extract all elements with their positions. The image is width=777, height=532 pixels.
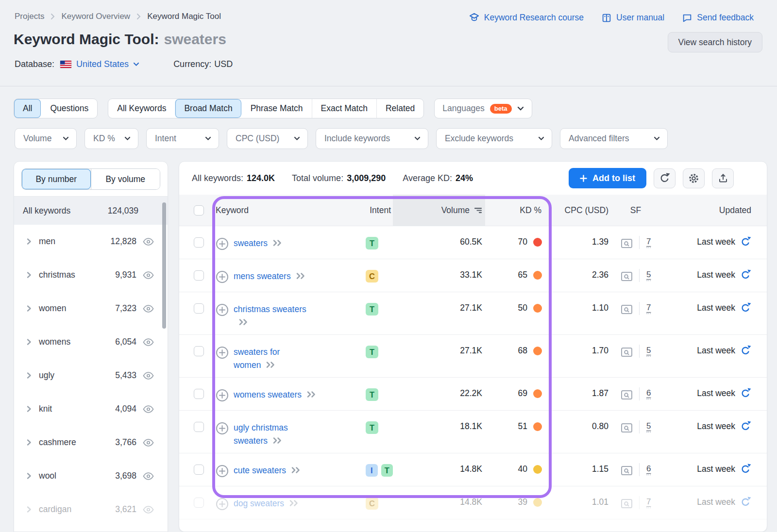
breadcrumb-projects[interactable]: Projects <box>15 12 44 21</box>
view-search-history-button[interactable]: View search history <box>668 32 762 52</box>
breadcrumb-keyword-overview[interactable]: Keyword Overview <box>61 12 130 21</box>
eye-icon[interactable] <box>143 439 154 447</box>
eye-icon[interactable] <box>143 271 154 279</box>
eye-icon[interactable] <box>143 238 154 246</box>
expand-keyword-icon[interactable] <box>291 465 301 478</box>
expand-keyword-icon[interactable] <box>272 237 283 250</box>
filter-volume[interactable]: Volume <box>15 128 77 149</box>
serp-preview-icon[interactable] <box>621 499 633 509</box>
refresh-keyword-icon[interactable] <box>741 422 751 432</box>
serp-features-count[interactable]: 5 <box>646 421 651 432</box>
sidebar-keyword-group[interactable]: cardigan 3,621 <box>14 493 168 526</box>
expand-keyword-icon[interactable] <box>272 435 283 448</box>
serp-features-count[interactable]: 6 <box>646 388 651 399</box>
eye-icon[interactable] <box>143 472 154 480</box>
refresh-keyword-icon[interactable] <box>741 237 751 247</box>
keyword-link[interactable]: dog sweaters <box>234 499 284 508</box>
expand-keyword-icon[interactable] <box>296 270 306 283</box>
filter-advanced[interactable]: Advanced filters <box>560 128 668 149</box>
sort-by-volume-button[interactable]: By volume <box>91 169 160 189</box>
filter-exclude-keywords[interactable]: Exclude keywords <box>436 128 552 149</box>
row-checkbox[interactable] <box>194 303 204 314</box>
serp-features-count[interactable]: 7 <box>646 237 651 248</box>
chevron-right-icon[interactable] <box>27 506 32 513</box>
filter-include-keywords[interactable]: Include keywords <box>316 128 428 149</box>
keyword-link[interactable]: christmas sweaters <box>234 304 306 314</box>
chevron-right-icon[interactable] <box>27 472 32 480</box>
sidebar-keyword-group[interactable]: cashmere 3,766 <box>14 426 168 459</box>
row-checkbox[interactable] <box>194 346 204 356</box>
serp-features-count[interactable]: 5 <box>646 270 651 281</box>
add-keyword-icon[interactable] <box>216 237 229 250</box>
serp-preview-icon[interactable] <box>621 423 633 433</box>
expand-keyword-icon[interactable] <box>289 498 299 511</box>
row-checkbox[interactable] <box>194 465 204 475</box>
tab-broad-match[interactable]: Broad Match <box>175 99 241 118</box>
add-keyword-icon[interactable] <box>216 346 229 359</box>
serp-preview-icon[interactable] <box>621 271 633 282</box>
row-checkbox[interactable] <box>194 422 204 432</box>
chevron-right-icon[interactable] <box>27 439 32 446</box>
sidebar-keyword-group[interactable]: ugly 5,433 <box>14 359 168 392</box>
chevron-right-icon[interactable] <box>27 372 32 379</box>
sort-by-number-button[interactable]: By number <box>22 169 91 189</box>
sidebar-keyword-group[interactable]: women 7,323 <box>14 292 168 325</box>
expand-keyword-icon[interactable] <box>266 359 276 372</box>
tab-all[interactable]: All <box>14 99 41 118</box>
add-keyword-icon[interactable] <box>216 422 229 435</box>
row-checkbox[interactable] <box>194 270 204 281</box>
eye-icon[interactable] <box>143 506 154 514</box>
sidebar-keyword-group[interactable]: womens 6,054 <box>14 325 168 359</box>
keyword-link[interactable]: mens sweaters <box>234 271 291 281</box>
keyword-link[interactable]: cute sweaters <box>234 466 286 475</box>
chevron-right-icon[interactable] <box>27 271 32 279</box>
add-keyword-icon[interactable] <box>216 303 229 316</box>
chevron-right-icon[interactable] <box>27 405 32 413</box>
add-keyword-icon[interactable] <box>216 270 229 283</box>
keyword-research-course-link[interactable]: Keyword Research course <box>469 12 584 23</box>
serp-preview-icon[interactable] <box>621 238 633 249</box>
user-manual-link[interactable]: User manual <box>601 12 664 23</box>
serp-preview-icon[interactable] <box>621 390 633 400</box>
serp-features-count[interactable]: 5 <box>646 346 651 357</box>
sidebar-keyword-group[interactable]: knit 4,094 <box>14 392 168 426</box>
tab-phrase-match[interactable]: Phrase Match <box>241 99 312 118</box>
refresh-keyword-icon[interactable] <box>741 303 751 313</box>
keyword-link[interactable]: sweaters <box>234 238 268 248</box>
column-volume-sort[interactable]: Volume <box>393 195 485 226</box>
sidebar-keyword-group[interactable]: men 12,828 <box>14 225 168 258</box>
select-all-checkbox[interactable] <box>194 205 204 216</box>
table-settings-button[interactable] <box>683 168 705 188</box>
sidebar-keyword-group[interactable]: wool 3,698 <box>14 459 168 493</box>
serp-preview-icon[interactable] <box>621 304 633 315</box>
add-keyword-icon[interactable] <box>216 465 229 478</box>
row-checkbox[interactable] <box>194 498 204 508</box>
serp-features-count[interactable]: 7 <box>646 497 651 508</box>
filter-cpc[interactable]: CPC (USD) <box>227 128 308 149</box>
refresh-keyword-icon[interactable] <box>741 465 751 474</box>
serp-features-count[interactable]: 7 <box>646 303 651 314</box>
filter-intent[interactable]: Intent <box>146 128 219 149</box>
sidebar-scrollbar[interactable] <box>162 202 166 329</box>
serp-features-count[interactable]: 6 <box>646 464 651 475</box>
add-keyword-icon[interactable] <box>216 389 229 402</box>
sidebar-keyword-group[interactable]: christmas 9,931 <box>14 258 168 292</box>
send-feedback-link[interactable]: Send feedback <box>682 12 754 23</box>
serp-preview-icon[interactable] <box>621 347 633 357</box>
add-to-list-button[interactable]: Add to list <box>569 168 646 188</box>
tab-all-keywords[interactable]: All Keywords <box>108 99 175 118</box>
eye-icon[interactable] <box>143 372 154 380</box>
eye-icon[interactable] <box>143 305 154 313</box>
refresh-keyword-icon[interactable] <box>741 498 751 507</box>
tab-related[interactable]: Related <box>376 99 423 118</box>
refresh-keyword-icon[interactable] <box>741 346 751 356</box>
expand-keyword-icon[interactable] <box>238 316 249 330</box>
add-keyword-icon[interactable] <box>216 498 229 511</box>
serp-preview-icon[interactable] <box>621 466 633 476</box>
all-keywords-group[interactable]: All keywords 124,039 <box>14 197 168 225</box>
export-button[interactable] <box>712 168 734 188</box>
tab-exact-match[interactable]: Exact Match <box>312 99 376 118</box>
row-checkbox[interactable] <box>194 389 204 399</box>
refresh-table-button[interactable] <box>654 168 676 188</box>
expand-keyword-icon[interactable] <box>306 389 317 402</box>
